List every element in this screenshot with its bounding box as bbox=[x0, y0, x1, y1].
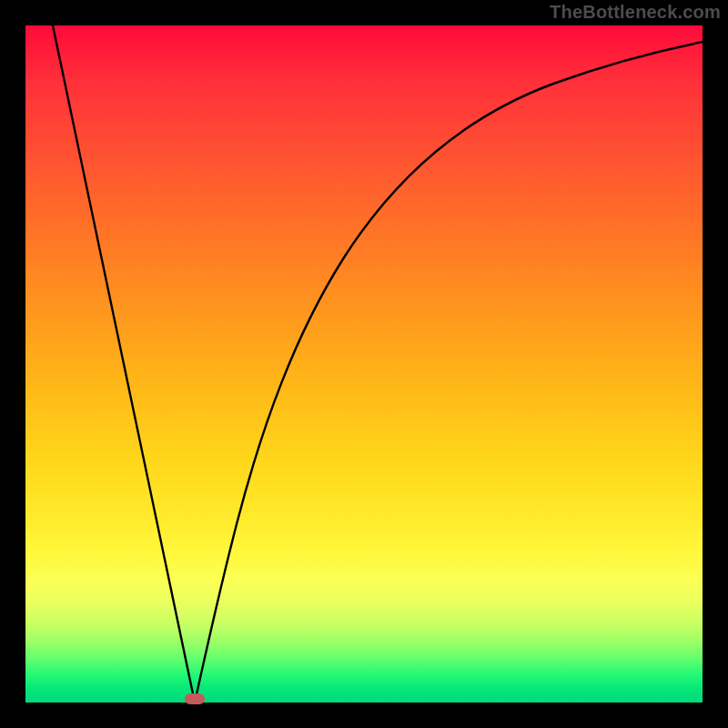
chart-frame: TheBottleneck.com bbox=[0, 0, 728, 728]
bottleneck-marker bbox=[185, 693, 205, 704]
gradient-background bbox=[25, 25, 703, 703]
watermark-text: TheBottleneck.com bbox=[550, 2, 721, 23]
plot-area bbox=[25, 25, 703, 703]
